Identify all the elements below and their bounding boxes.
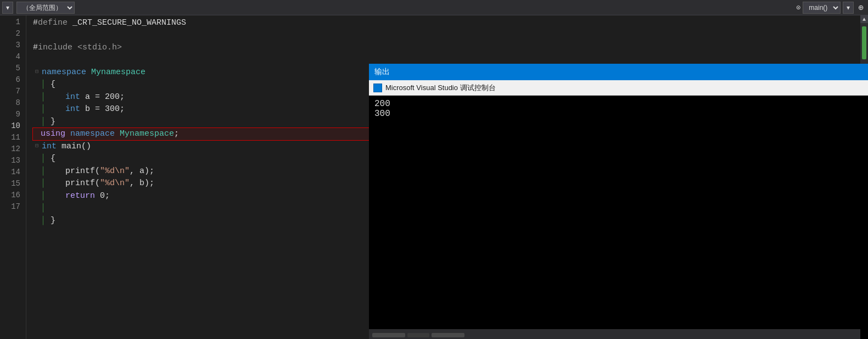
string-14: "%d\n": [100, 177, 130, 190]
line-numbers: 1 2 3 4 5 6 7 8 9 10 11 12 13 14 15 16 1…: [0, 15, 26, 339]
pipe-indent-7: │: [41, 91, 46, 103]
ln-8: 8: [0, 97, 20, 109]
ln-2: 2: [0, 28, 20, 40]
pin-icon: ⊕: [858, 2, 864, 13]
output-toolbar-text: Microsoft Visual Studio 调试控制台: [385, 83, 496, 93]
ln-17: 17: [0, 201, 20, 213]
resize-thumb-1: [372, 333, 405, 337]
main-layout: 1 2 3 4 5 6 7 8 9 10 11 12 13 14 15 16 1…: [0, 15, 868, 339]
resize-content: [372, 333, 464, 337]
pipe-indent-8: │: [41, 103, 46, 115]
left-scope-arrow[interactable]: ▾: [2, 2, 13, 14]
ln-3: 3: [0, 40, 20, 51]
resize-thumb-2: [407, 333, 429, 337]
console-line-1: 200: [374, 99, 863, 109]
code-line-2: [33, 29, 860, 42]
ln-6: 6: [0, 74, 20, 86]
func-icon: ⊙: [797, 3, 801, 12]
pipe-indent-17: │: [41, 214, 46, 227]
ln-14: 14: [0, 166, 20, 178]
output-panel: 输出 Microsoft Visual Studio 调试控制台 200 300: [369, 64, 868, 339]
return-kw: return: [65, 190, 95, 202]
ln-7: 7: [0, 86, 20, 97]
using-kw: using: [41, 127, 65, 140]
namespace-name: Mynamespace: [91, 66, 145, 79]
scrollbar-top-btn[interactable]: ▲: [860, 15, 868, 23]
output-title-bar: 输出: [369, 64, 868, 80]
string-13: "%d\n": [100, 165, 130, 177]
console-line-2: 300: [374, 109, 863, 119]
open-brace-12: {: [46, 152, 55, 165]
printf-13: printf(: [65, 165, 100, 177]
printf-14: printf(: [65, 177, 100, 190]
code-line-1: #define _CRT_SECURE_NO_WARNINGS: [33, 16, 860, 29]
function-dropdown[interactable]: main(): [803, 2, 841, 14]
ln-9: 9: [0, 109, 20, 120]
namespace-name-2: Mynamespace: [120, 127, 174, 140]
namespace-kw: namespace: [42, 66, 86, 79]
define-val: _CRT_SECURE_NO_WARNINGS: [68, 16, 186, 29]
ln-4: 4: [0, 51, 20, 63]
debug-console-icon: [373, 84, 382, 92]
resize-thumb-3: [432, 333, 464, 337]
close-brace-17: }: [46, 214, 55, 227]
ln-16: 16: [0, 190, 20, 201]
include-hash: #: [33, 41, 38, 54]
pipe-indent-13: │: [41, 165, 46, 177]
include-kw: include: [38, 41, 72, 54]
pipe-indent-15: │: [41, 190, 46, 202]
scrollbar-thumb[interactable]: [862, 26, 866, 59]
open-brace-6: {: [46, 78, 55, 91]
int-kw-7: int: [65, 91, 80, 103]
code-line-3: #include <stdio.h>: [33, 41, 860, 54]
ln-15: 15: [0, 178, 20, 190]
collapse-namespace[interactable]: ⊟: [33, 68, 41, 76]
include-header: <stdio.h>: [77, 41, 122, 54]
scope-dropdown[interactable]: （全局范围）: [16, 2, 75, 14]
define-kw: define: [38, 16, 68, 29]
close-brace-9: }: [46, 115, 55, 128]
pipe-indent-9: │: [41, 115, 46, 128]
pipe-indent-16: │: [41, 202, 46, 214]
top-bar: ▾ （全局范围） ⊙ main() ▾ ⊕: [0, 0, 868, 15]
output-title: 输出: [374, 67, 390, 77]
ln-1: 1: [0, 16, 20, 28]
output-toolbar: Microsoft Visual Studio 调试控制台: [369, 80, 868, 96]
int-kw-8: int: [65, 103, 80, 115]
define-hash: #: [33, 16, 38, 29]
ln-5: 5: [0, 63, 20, 74]
pipe-indent-6: │: [41, 78, 46, 91]
right-func-arrow[interactable]: ▾: [843, 2, 854, 14]
collapse-main[interactable]: ⊟: [33, 142, 41, 150]
ln-13: 13: [0, 155, 20, 166]
namespace-kw-2: namespace: [70, 127, 115, 140]
output-resize-bar[interactable]: [369, 329, 860, 339]
pipe-indent-14: │: [41, 177, 46, 190]
ln-12: 12: [0, 143, 20, 155]
ln-11: 11: [0, 132, 20, 143]
pipe-indent-12: │: [41, 152, 46, 165]
ln-10: 10: [0, 120, 20, 132]
output-console[interactable]: 200 300: [369, 96, 868, 339]
int-main-kw: int: [42, 140, 57, 153]
